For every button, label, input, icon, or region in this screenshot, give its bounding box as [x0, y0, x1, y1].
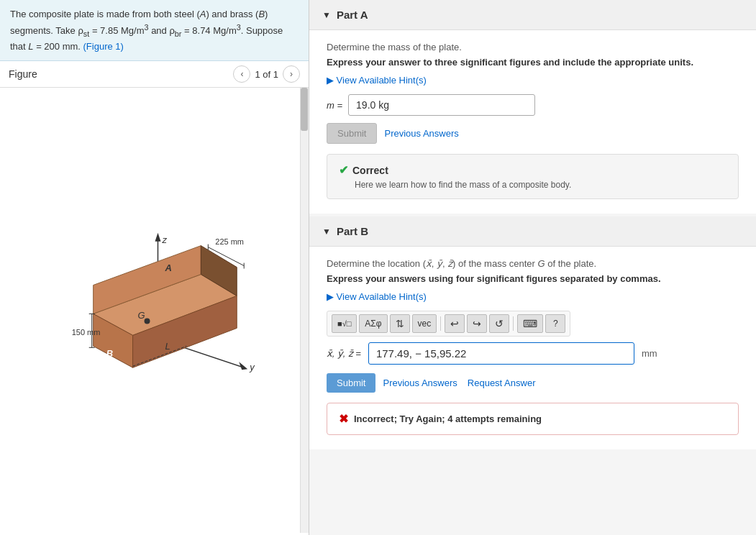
part-b-math-input[interactable] — [376, 347, 627, 360]
part-a-button-row: Submit Previous Answers — [327, 123, 739, 144]
part-a-title: Part A — [337, 9, 368, 21]
part-a-correct-title: ✔ Correct — [339, 163, 727, 177]
problem-statement: The composite plate is made from both st… — [0, 0, 309, 61]
part-a-header[interactable]: ▼ Part A — [309, 0, 756, 30]
svg-text:150 mm: 150 mm — [72, 328, 101, 337]
toolbar-vec-btn[interactable]: vec — [412, 314, 437, 333]
part-a-instruction2: Express your answer to three significant… — [327, 57, 739, 68]
math-toolbar: ■√□ ΑΣφ ⇅ vec ↩ ↪ ↺ ⌨ ? — [327, 311, 570, 337]
check-icon: ✔ — [339, 163, 348, 177]
part-a-hint-link[interactable]: ▶ View Available Hint(s) — [327, 75, 739, 86]
part-b-request-answer-link[interactable]: Request Answer — [468, 378, 536, 388]
part-b-math-input-wrapper[interactable] — [368, 342, 634, 365]
part-b-unit: mm — [642, 348, 657, 359]
part-b-title: Part B — [337, 225, 368, 237]
part-a-instruction1: Determine the mass of the plate. — [327, 42, 739, 52]
figure-count: 1 of 1 — [255, 69, 278, 80]
figure-header: Figure ‹ 1 of 1 › — [0, 61, 309, 88]
toolbar-greek-btn[interactable]: ΑΣφ — [359, 314, 387, 333]
part-b-button-row: Submit Previous Answers Request Answer — [327, 373, 739, 393]
figure-title: Figure — [9, 68, 37, 80]
part-a-prev-answers-link[interactable]: Previous Answers — [384, 128, 458, 139]
part-b-instruction2: Express your answers using four signific… — [327, 273, 739, 284]
left-panel: The composite plate is made from both st… — [0, 0, 309, 535]
part-a-correct-desc: Here we learn how to find the mass of a … — [355, 180, 727, 190]
svg-text:A: A — [164, 262, 171, 273]
svg-text:z: z — [161, 234, 167, 245]
part-b-submit-button[interactable]: Submit — [327, 373, 375, 393]
toolbar-divider1 — [440, 316, 441, 331]
svg-text:L: L — [165, 341, 170, 352]
part-b-math-label: x̄, ȳ, z̄ = — [327, 348, 361, 359]
figure-scrollbar[interactable] — [300, 88, 309, 533]
toolbar-divider2 — [513, 316, 514, 331]
toolbar-arrow-btn[interactable]: ⇅ — [390, 314, 410, 333]
figure-navigation: ‹ 1 of 1 › — [233, 65, 300, 83]
x-icon: ✖ — [339, 412, 348, 426]
part-b-math-input-row: x̄, ȳ, z̄ = mm — [327, 342, 739, 365]
part-a-answer-row: m = — [327, 94, 739, 116]
svg-text:225 mm: 225 mm — [215, 237, 244, 246]
part-b-content: Determine the location (x̄, ȳ, z̄) of th… — [309, 247, 756, 449]
part-a-answer-input[interactable] — [348, 94, 535, 116]
part-b-incorrect-box: ✖ Incorrect; Try Again; 4 attempts remai… — [327, 403, 739, 435]
part-b-header[interactable]: ▼ Part B — [309, 216, 756, 247]
toolbar-redo-btn[interactable]: ↪ — [467, 314, 487, 333]
part-b-hint-link[interactable]: ▶ View Available Hint(s) — [327, 291, 739, 302]
figure-prev-button[interactable]: ‹ — [233, 65, 250, 83]
part-b-collapse-icon: ▼ — [322, 227, 331, 237]
part-a-collapse-icon: ▼ — [322, 10, 331, 20]
figure-next-button[interactable]: › — [283, 65, 300, 83]
part-a-submit-button: Submit — [327, 123, 377, 144]
toolbar-reset-btn[interactable]: ↺ — [489, 314, 509, 333]
figure-area: Figure ‹ 1 of 1 › z — [0, 61, 309, 535]
part-b-incorrect-text: Incorrect; Try Again; 4 attempts remaini… — [354, 413, 542, 424]
part-b-instruction1: Determine the location (x̄, ȳ, z̄) of th… — [327, 258, 739, 269]
part-a-section: ▼ Part A Determine the mass of the plate… — [309, 0, 756, 214]
part-a-content: Determine the mass of the plate. Express… — [309, 30, 756, 214]
part-a-answer-label: m = — [327, 100, 342, 111]
toolbar-keyboard-btn[interactable]: ⌨ — [517, 314, 543, 333]
svg-text:B: B — [106, 348, 113, 359]
toolbar-help-btn[interactable]: ? — [545, 314, 565, 333]
part-b-section: ▼ Part B Determine the location (x̄, ȳ, … — [309, 216, 756, 449]
right-panel: ▼ Part A Determine the mass of the plate… — [309, 0, 756, 535]
toolbar-matrix-btn[interactable]: ■√□ — [332, 314, 357, 333]
figure-svg: z y — [0, 88, 309, 533]
svg-point-14 — [145, 319, 150, 324]
scrollbar-thumb — [301, 88, 308, 131]
problem-text-body: The composite plate is made from both st… — [10, 9, 283, 52]
part-a-correct-box: ✔ Correct Here we learn how to find the … — [327, 154, 739, 199]
svg-text:G: G — [138, 311, 145, 321]
toolbar-undo-btn[interactable]: ↩ — [445, 314, 465, 333]
figure-image: z y — [0, 88, 309, 533]
figure-link[interactable]: (Figure 1) — [83, 41, 124, 52]
part-b-prev-answers-link[interactable]: Previous Answers — [383, 378, 457, 388]
